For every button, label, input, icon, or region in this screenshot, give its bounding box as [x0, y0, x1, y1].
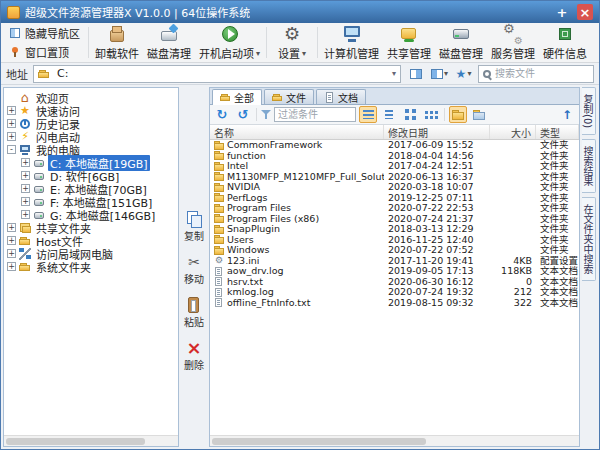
table-row[interactable]: NVIDIA2020-03-18 10:07文件夹 — [210, 182, 579, 193]
tree-item[interactable]: +快速访问 — [4, 104, 178, 117]
file-type: 文件夹 — [536, 224, 579, 234]
expand-toggle-icon[interactable]: + — [21, 171, 30, 180]
table-row[interactable]: Program Files2020-07-22 22:53文件夹 — [210, 203, 579, 214]
expand-toggle-icon[interactable]: - — [7, 145, 16, 154]
list-toolbar-separator — [256, 108, 257, 121]
expand-toggle-icon[interactable]: + — [7, 223, 16, 232]
table-row[interactable]: Windows2020-07-22 07:52文件夹 — [210, 245, 579, 256]
toolbar-button-share[interactable]: 共享管理 — [383, 24, 435, 61]
action-copy-button[interactable]: 复制 — [184, 211, 204, 243]
file-date: 2020-03-18 10:07 — [384, 182, 490, 192]
toolbar-button-pin[interactable]: 窗口置顶 — [6, 44, 83, 61]
tree-scrollbar-thumb[interactable] — [6, 438, 145, 445]
pin-icon — [9, 46, 21, 58]
tab-全部[interactable]: 全部 — [212, 89, 262, 105]
expand-toggle-icon[interactable]: + — [21, 158, 30, 167]
table-row[interactable]: aow_drv.log2019-09-05 17:13118KB文本文档 — [210, 266, 579, 277]
table-row[interactable]: 123.ini2017-11-20 19:414KB配置设置 — [210, 256, 579, 267]
favorites-button[interactable]: ★ ▾ — [454, 65, 473, 83]
search-input[interactable] — [495, 68, 589, 79]
network-icon — [19, 248, 31, 260]
table-row[interactable]: Program Files (x86)2020-07-24 21:37文件夹 — [210, 214, 579, 225]
column-header[interactable]: 大小 — [490, 125, 536, 139]
expand-toggle-icon[interactable]: + — [7, 262, 16, 271]
file-name-cell: Windows — [210, 245, 384, 255]
view-details-button[interactable] — [359, 106, 377, 123]
table-row[interactable]: hsrv.txt2020-06-30 16:120文本文档 — [210, 277, 579, 288]
address-input[interactable]: C: ▾ — [33, 65, 401, 83]
file-name: hsrv.txt — [227, 277, 263, 287]
tree-item[interactable]: +共享文件夹 — [4, 221, 178, 234]
toolbar-button-settings[interactable]: 设置▾ — [269, 24, 315, 61]
expand-toggle-icon[interactable]: + — [7, 106, 16, 115]
table-row[interactable]: Intel2017-04-24 12:51文件夹 — [210, 161, 579, 172]
toolbar-button-service[interactable]: 服务管理 — [487, 24, 539, 61]
tree-item[interactable]: +历史记录 — [4, 117, 178, 130]
tab-文档[interactable]: 文档 — [316, 89, 366, 104]
view-large-icons-button[interactable] — [401, 106, 419, 123]
show-folders-button[interactable] — [449, 106, 467, 123]
list-scrollbar-thumb[interactable] — [212, 438, 426, 445]
toolbar-button-uninstall[interactable]: 卸载软件 — [91, 24, 143, 61]
file-date: 2017-06-09 15:52 — [384, 140, 490, 150]
view-small-icons-button[interactable] — [422, 106, 440, 123]
table-row[interactable]: Users2016-11-25 12:40文件夹 — [210, 235, 579, 246]
action-paste-button[interactable]: 粘贴 — [184, 297, 204, 329]
tree-item-label: 系统文件夹 — [34, 259, 93, 275]
refresh-all-button[interactable]: ↺ — [234, 106, 252, 123]
expand-toggle-icon[interactable]: + — [21, 197, 30, 206]
side-panel-tab[interactable]: 复制(0) — [582, 87, 596, 135]
expand-toggle-icon[interactable]: + — [7, 249, 16, 258]
expand-toggle-icon[interactable]: + — [21, 210, 30, 219]
toolbar-button-startup[interactable]: 开机启动项▾ — [195, 24, 264, 61]
delete-icon — [186, 340, 202, 356]
toolbar-button-computer[interactable]: 计算机管理 — [320, 24, 383, 61]
tree-item[interactable]: 欢迎页 — [4, 91, 178, 104]
folder-icon — [220, 92, 231, 103]
column-header[interactable]: 类型 — [536, 125, 579, 139]
table-row[interactable]: offline_FtnInfo.txt2019-08-15 09:32322文本… — [210, 298, 579, 309]
table-row[interactable]: PerfLogs2019-12-25 07:11文件夹 — [210, 193, 579, 204]
action-cut-button[interactable]: 移动 — [184, 254, 204, 286]
table-row[interactable]: function2018-04-04 14:56文件夹 — [210, 151, 579, 162]
table-row[interactable]: M1130MFP_M1210MFP_Full_Solution2020-06-1… — [210, 172, 579, 183]
toolbar-button-cleanup[interactable]: 磁盘清理 — [143, 24, 195, 61]
tree-horizontal-scrollbar[interactable] — [4, 435, 178, 446]
expand-toggle-icon[interactable]: + — [7, 132, 16, 141]
toolbar-button-label: 服务管理 — [491, 45, 535, 61]
table-row[interactable]: kmlog.log2020-07-24 19:32212文本文档 — [210, 287, 579, 298]
action-delete-button[interactable]: 删除 — [184, 340, 204, 372]
search-box[interactable] — [478, 65, 594, 83]
toolbar-button-diskmgmt[interactable]: 磁盘管理 — [435, 24, 487, 61]
side-panel-tab[interactable]: 在文件夹中搜索 — [582, 197, 596, 281]
side-panel-tab[interactable]: 搜索结果 — [582, 139, 596, 193]
filter-input[interactable] — [274, 107, 356, 122]
layout-button[interactable]: ▾ — [430, 65, 449, 83]
expand-toggle-icon[interactable]: + — [21, 184, 30, 193]
toolbar-button-label: 开机启动项▾ — [199, 45, 260, 61]
view-list-button[interactable] — [380, 106, 398, 123]
path-dropdown-icon[interactable]: ▾ — [392, 69, 396, 78]
toolbar-button-hidenav[interactable]: 隐藏导航区 — [6, 25, 83, 42]
folder-tree-button[interactable] — [470, 106, 488, 123]
list-horizontal-scrollbar[interactable] — [210, 435, 579, 446]
expand-toggle-icon[interactable]: + — [7, 236, 16, 245]
tree-item[interactable]: +闪电启动 — [4, 130, 178, 143]
table-row[interactable]: CommonFramework2017-06-09 15:52文件夹 — [210, 140, 579, 151]
file-type: 文件夹 — [536, 203, 579, 213]
refresh-button[interactable]: ↻ — [213, 106, 231, 123]
toolbar-button-hardware[interactable]: 硬件信息 — [539, 24, 591, 61]
table-row[interactable]: SnapPlugin2018-03-13 12:29文件夹 — [210, 224, 579, 235]
tree-item[interactable]: +系统文件夹 — [4, 260, 178, 273]
hardware-icon — [555, 24, 575, 44]
layout-dropdown-icon: ▾ — [444, 69, 448, 78]
title-bar[interactable]: 超级文件资源管理器X V1.0.0 | 64位操作系统 + × — [1, 1, 599, 23]
minimize-button[interactable]: + — [554, 4, 570, 20]
close-button[interactable]: × — [577, 4, 593, 20]
up-level-button[interactable]: ↑ — [558, 106, 576, 123]
column-header[interactable]: 名称 — [210, 125, 384, 139]
column-header[interactable]: 修改日期 — [384, 125, 490, 139]
expand-toggle-icon[interactable]: + — [7, 119, 16, 128]
tab-文件[interactable]: 文件 — [264, 89, 314, 104]
dual-pane-button[interactable] — [406, 65, 425, 83]
